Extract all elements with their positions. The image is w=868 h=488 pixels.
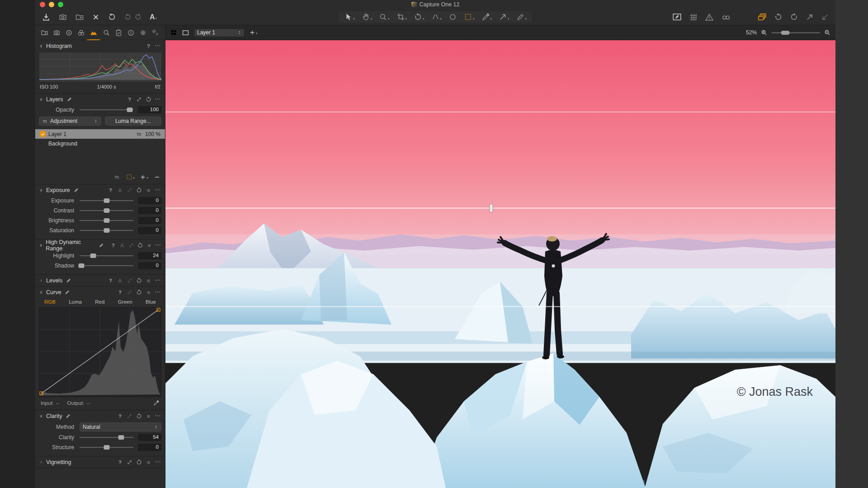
tab-exposure[interactable]: [89, 25, 99, 40]
reset-icon[interactable]: [136, 277, 142, 284]
tab-color[interactable]: [76, 25, 86, 40]
opacity-slider-handle[interactable]: [127, 108, 132, 112]
brush-icon[interactable]: [98, 242, 104, 249]
curve-tab-green[interactable]: Green: [118, 299, 132, 305]
tab-capture[interactable]: [52, 25, 61, 40]
curve-tab-rgb[interactable]: RGB: [44, 299, 56, 305]
brush-icon[interactable]: [66, 96, 73, 103]
tab-lens[interactable]: [64, 25, 74, 40]
undo-icon[interactable]: [108, 13, 116, 21]
collapse-chevron-icon[interactable]: ∨: [39, 413, 43, 418]
slider-handle[interactable]: [104, 198, 109, 203]
minimize-button[interactable]: [49, 2, 54, 7]
reset-icon[interactable]: [136, 413, 142, 419]
slider-value[interactable]: 24: [138, 252, 161, 259]
slider-handle[interactable]: [78, 263, 84, 268]
slider-handle[interactable]: [90, 253, 96, 258]
brightness-slider[interactable]: [80, 220, 133, 221]
layer-row-selected[interactable]: Layer 1 100 %: [35, 129, 165, 139]
expand-panel-icon[interactable]: [126, 413, 133, 419]
primary-view-icon[interactable]: [182, 29, 189, 37]
loupe-tool-icon[interactable]: ▾: [379, 13, 390, 21]
expand-panel-icon[interactable]: [126, 289, 133, 296]
layer-select[interactable]: Layer 1: [194, 28, 245, 37]
collapse-chevron-icon[interactable]: ›: [39, 278, 43, 283]
highlight-slider[interactable]: [80, 255, 133, 256]
collapse-chevron-icon[interactable]: ∨: [39, 97, 43, 102]
reset-icon[interactable]: [136, 459, 142, 465]
copy-adjustments-tool-icon[interactable]: ▾: [499, 13, 509, 21]
rotate-cw-icon[interactable]: [790, 13, 798, 21]
curve-picker-icon[interactable]: [153, 400, 160, 406]
draw-mask-tool-icon[interactable]: ▾: [516, 13, 527, 21]
slider-handle[interactable]: [104, 218, 109, 223]
annotations-icon[interactable]: [672, 12, 682, 22]
new-mask-icon[interactable]: ▾: [126, 174, 135, 180]
structure-slider[interactable]: [80, 447, 133, 448]
collapse-chevron-icon[interactable]: ›: [39, 460, 43, 465]
rotate-tool-icon[interactable]: ▾: [414, 13, 425, 21]
proof-icon[interactable]: [721, 13, 731, 22]
curve-tab-blue[interactable]: Blue: [146, 299, 156, 305]
help-icon[interactable]: ?: [107, 277, 114, 284]
more-icon[interactable]: ···: [155, 277, 161, 284]
tab-metadata[interactable]: [126, 25, 136, 40]
layer-visibility-checkbox[interactable]: [40, 131, 46, 137]
browser-icon[interactable]: [757, 12, 767, 22]
tab-details[interactable]: [102, 25, 111, 40]
reset-icon[interactable]: [136, 187, 142, 193]
layer-row-background[interactable]: Background: [35, 139, 165, 148]
copy-adjustments-icon[interactable]: [806, 13, 814, 21]
expand-panel-icon[interactable]: [136, 96, 142, 103]
import-icon[interactable]: [42, 13, 51, 22]
slider-value[interactable]: 0: [138, 217, 161, 224]
curve-graph[interactable]: [39, 307, 161, 397]
help-icon[interactable]: ?: [126, 96, 133, 103]
slider-handle[interactable]: [104, 208, 109, 213]
slider-value[interactable]: 0: [138, 207, 161, 214]
more-icon[interactable]: ···: [155, 43, 161, 49]
zoom-slider-handle[interactable]: [781, 31, 790, 35]
help-icon[interactable]: ?: [110, 242, 116, 249]
gradient-mask-handle[interactable]: [490, 204, 493, 212]
tab-batch[interactable]: [151, 25, 160, 40]
slider-handle[interactable]: [118, 435, 124, 440]
gradient-mask-tool-icon[interactable]: ▾: [464, 13, 475, 21]
close-button[interactable]: [40, 2, 45, 7]
presets-icon[interactable]: ≡: [145, 187, 152, 193]
opacity-slider[interactable]: [80, 109, 133, 110]
forward-icon[interactable]: [134, 13, 142, 21]
slider-value[interactable]: 0: [138, 262, 161, 269]
expand-panel-icon[interactable]: [126, 277, 133, 284]
presets-icon[interactable]: ≡: [145, 413, 152, 419]
multi-view-icon[interactable]: [170, 29, 177, 36]
color-picker-tool-icon[interactable]: ▾: [481, 13, 492, 21]
clarity-slider[interactable]: [80, 437, 133, 438]
shadow-slider[interactable]: [80, 265, 133, 266]
help-icon[interactable]: ?: [107, 187, 114, 193]
slider-value[interactable]: 0: [138, 444, 161, 451]
collapse-chevron-icon[interactable]: ∨: [39, 243, 43, 248]
tab-output[interactable]: [138, 25, 148, 40]
presets-icon[interactable]: ≡: [146, 242, 152, 249]
curve-tab-luma[interactable]: Luma: [69, 299, 82, 305]
slider-value[interactable]: 54: [138, 434, 161, 441]
layer-type-dropdown[interactable]: Adjustment: [39, 117, 101, 126]
more-icon[interactable]: ···: [155, 242, 161, 249]
zoom-in-icon[interactable]: [824, 29, 831, 36]
more-icon[interactable]: ···: [155, 413, 161, 419]
styles-icon[interactable]: A ▾: [150, 14, 157, 21]
curve-tab-red[interactable]: Red: [95, 299, 104, 305]
slider-value[interactable]: 0: [138, 197, 161, 204]
opacity-value[interactable]: 100: [138, 106, 161, 113]
reset-icon[interactable]: [145, 96, 152, 103]
brush-icon[interactable]: [64, 289, 71, 296]
more-icon[interactable]: ···: [155, 187, 161, 193]
zoom-button[interactable]: [58, 2, 63, 7]
saturation-slider[interactable]: [80, 230, 133, 231]
exposure-slider[interactable]: [80, 200, 133, 201]
zoom-slider[interactable]: [771, 32, 820, 33]
presets-icon[interactable]: ≡: [145, 289, 152, 296]
spot-tool-icon[interactable]: [448, 13, 457, 21]
more-icon[interactable]: ···: [155, 96, 161, 103]
